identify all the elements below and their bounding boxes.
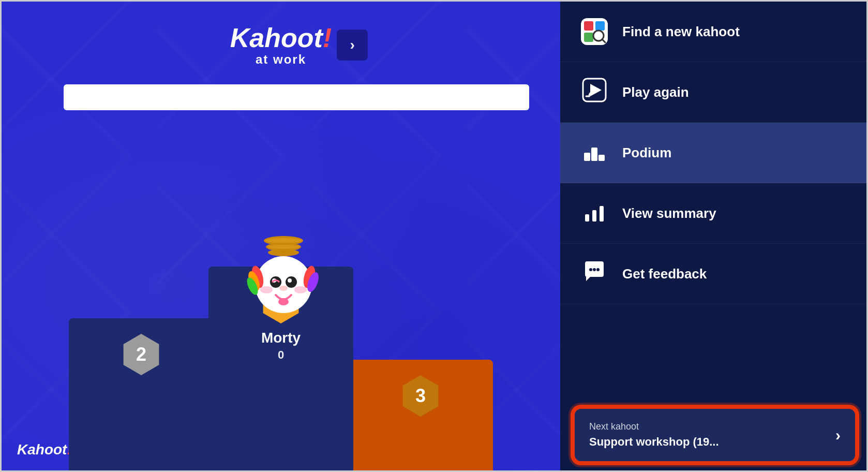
view-summary-icon-box <box>579 198 610 229</box>
svg-point-12 <box>270 276 281 288</box>
svg-point-17 <box>294 286 307 293</box>
svg-point-13 <box>286 276 297 288</box>
get-feedback-icon-box <box>579 258 610 289</box>
menu-item-view-summary[interactable]: View summary <box>560 183 868 244</box>
brand-subtitle: at work <box>230 52 332 67</box>
next-kahoot-label: Next kahoot <box>589 421 827 432</box>
next-kahoot-box[interactable]: Next kahoot Support workshop (19... › <box>573 407 857 463</box>
svg-point-16 <box>260 286 273 293</box>
progress-bar <box>64 84 529 110</box>
header-area: Kahoot! at work › <box>2 2 560 90</box>
svg-point-3 <box>267 245 300 249</box>
next-kahoot-text: Next kahoot Support workshop (19... <box>589 421 827 449</box>
menu-item-podium[interactable]: Podium <box>560 123 868 183</box>
play-again-icon <box>582 78 607 107</box>
menu-item-get-feedback[interactable]: Get feedback <box>560 244 868 304</box>
second-place-badge: 2 <box>121 334 162 375</box>
view-summary-label: View summary <box>622 205 716 222</box>
svg-rect-33 <box>600 206 604 222</box>
right-panel: Find a new kahoot Play again <box>560 2 868 472</box>
footer-logo: Kahoot! <box>17 441 72 458</box>
svg-rect-32 <box>592 210 596 222</box>
podium-second: 2 <box>69 318 214 472</box>
find-kahoot-icon <box>581 18 608 45</box>
next-kahoot-wrapper: Next kahoot Support workshop (19... › <box>573 407 857 463</box>
next-kahoot-arrow-icon: › <box>835 426 841 444</box>
svg-rect-30 <box>598 155 605 161</box>
find-icon-box <box>579 16 610 47</box>
svg-point-19 <box>278 298 289 305</box>
next-button[interactable]: › <box>337 30 368 61</box>
brand-name: Kahoot! <box>230 24 332 51</box>
svg-rect-29 <box>591 148 597 161</box>
character <box>245 225 317 308</box>
svg-point-34 <box>589 268 592 271</box>
svg-marker-26 <box>590 84 602 96</box>
character-container <box>245 225 317 308</box>
play-again-label: Play again <box>622 84 689 100</box>
get-feedback-label: Get feedback <box>622 266 707 282</box>
svg-point-15 <box>288 278 292 283</box>
svg-rect-31 <box>585 214 589 222</box>
podium-icon-box <box>579 137 610 168</box>
kahoot-logo: Kahoot! at work › <box>230 24 332 67</box>
svg-point-36 <box>596 268 600 271</box>
menu-item-find[interactable]: Find a new kahoot <box>560 2 868 62</box>
svg-rect-21 <box>595 21 605 31</box>
svg-point-18 <box>279 286 288 291</box>
get-feedback-icon <box>582 259 607 289</box>
podium-third: 3 <box>348 360 493 472</box>
third-place-badge: 3 <box>400 375 441 417</box>
svg-point-35 <box>593 268 596 271</box>
svg-rect-22 <box>584 33 593 42</box>
svg-rect-28 <box>584 153 590 161</box>
first-place-score: 0 <box>278 348 284 362</box>
podium-icon <box>582 138 607 168</box>
find-label: Find a new kahoot <box>622 24 740 40</box>
first-place-name: Morty <box>261 330 301 346</box>
left-panel: Kahoot! at work › <box>2 2 560 472</box>
next-arrow-icon: › <box>350 37 355 53</box>
spacer <box>560 304 868 407</box>
unicorn-character <box>245 225 322 316</box>
next-kahoot-title: Support workshop (19... <box>589 435 827 449</box>
view-summary-icon <box>582 199 607 228</box>
podium-area: 2 1 Morty 0 3 <box>2 137 560 472</box>
svg-rect-20 <box>584 21 593 31</box>
podium-label: Podium <box>622 145 671 161</box>
play-again-icon-box <box>579 77 610 108</box>
svg-line-24 <box>602 39 605 42</box>
svg-point-4 <box>268 249 299 256</box>
svg-point-1 <box>265 238 302 243</box>
menu-item-play-again[interactable]: Play again <box>560 62 868 123</box>
